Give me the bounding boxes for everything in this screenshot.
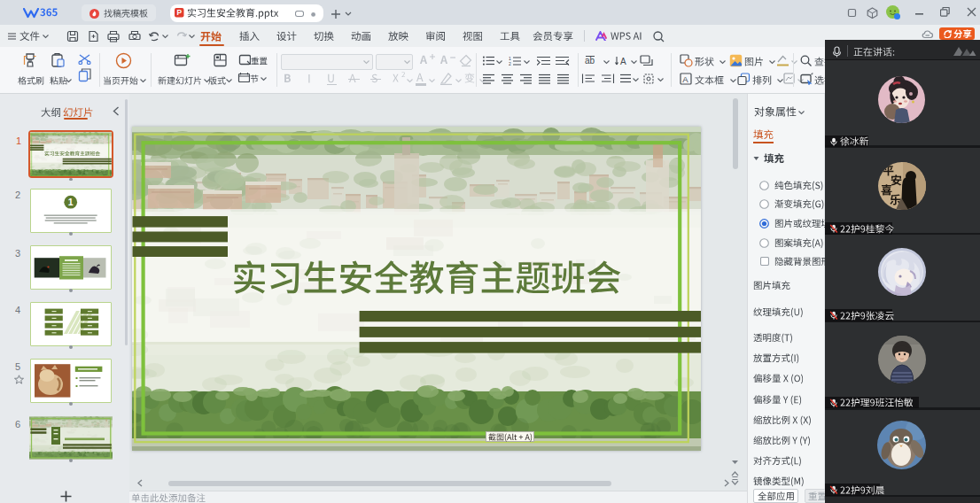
svg-text:A: A xyxy=(682,74,688,84)
svg-text:2: 2 xyxy=(15,190,20,200)
svg-text:5: 5 xyxy=(15,361,20,372)
svg-text:1: 1 xyxy=(16,135,21,146)
svg-text:P: P xyxy=(176,8,182,17)
svg-text:A: A xyxy=(620,57,626,66)
svg-text:ab: ab xyxy=(585,56,595,66)
svg-text:3: 3 xyxy=(15,248,20,259)
svg-text:2: 2 xyxy=(509,61,511,66)
svg-text:1: 1 xyxy=(68,197,74,207)
svg-text:6: 6 xyxy=(15,419,20,429)
svg-text:4: 4 xyxy=(15,305,20,315)
